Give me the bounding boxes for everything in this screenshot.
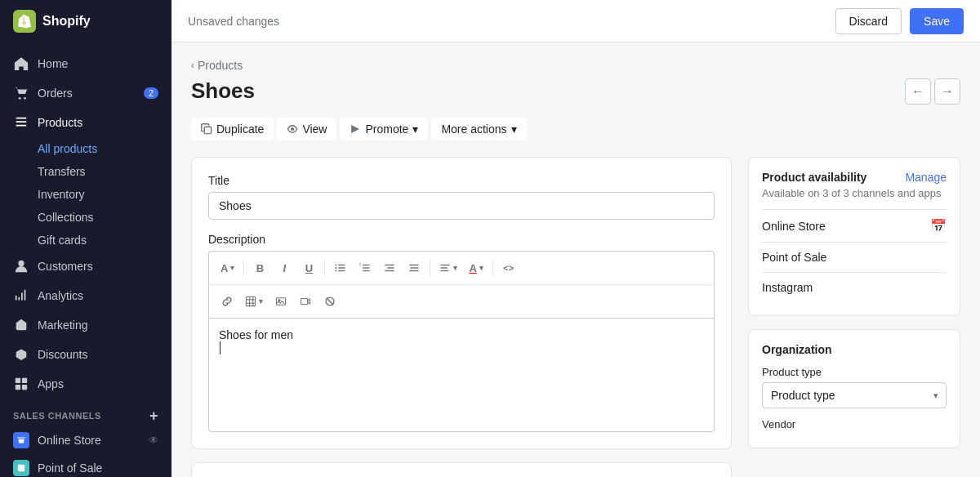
sidebar-item-products-label: Products <box>38 116 82 129</box>
sidebar-sub-all-products[interactable]: All products <box>0 137 172 160</box>
online-store-icon <box>13 432 29 448</box>
rte-video-btn[interactable] <box>294 290 317 313</box>
channel-pos-label: Point of Sale <box>38 461 102 475</box>
sidebar-sub-collections[interactable]: Collections <box>0 206 172 229</box>
promote-dropdown-arrow: ▾ <box>412 123 418 136</box>
svg-rect-5 <box>16 385 20 390</box>
svg-point-2 <box>18 261 24 266</box>
svg-rect-26 <box>410 265 419 265</box>
rte-indent-more-btn[interactable] <box>403 256 425 279</box>
sidebar-sub-gift-cards[interactable]: Gift cards <box>0 229 172 252</box>
save-button[interactable]: Save <box>910 8 964 34</box>
svg-rect-30 <box>441 267 448 268</box>
rte-underline-btn[interactable]: U <box>297 256 320 279</box>
rte-sep-2 <box>324 260 325 276</box>
add-channel-button[interactable]: + <box>149 408 158 423</box>
sidebar-item-discounts[interactable]: Discounts <box>0 340 172 369</box>
promote-button[interactable]: Promote ▾ <box>340 118 428 140</box>
svg-point-18 <box>336 270 337 271</box>
app-logo[interactable]: Shopify <box>0 0 172 42</box>
topbar: Unsaved changes Discard Save <box>172 0 980 42</box>
svg-rect-3 <box>16 378 20 383</box>
view-label: View <box>302 123 327 136</box>
rte-align-dropdown[interactable]: ▾ <box>434 256 462 279</box>
orders-badge: 2 <box>144 87 158 99</box>
svg-point-0 <box>19 97 21 100</box>
title-input[interactable] <box>208 192 715 220</box>
rte-font-dropdown[interactable]: A ▾ <box>216 256 239 279</box>
calendar-icon[interactable]: 📅 <box>930 218 947 234</box>
more-actions-button[interactable]: More actions ▾ <box>431 118 526 140</box>
svg-rect-31 <box>441 270 449 271</box>
rte-italic-btn[interactable]: I <box>273 256 296 279</box>
sidebar-sub-transfers[interactable]: Transfers <box>0 160 172 183</box>
channel-online-store[interactable]: Online Store 👁 <box>0 426 172 454</box>
svg-rect-14 <box>339 267 345 268</box>
channel-name-pos: Point of Sale <box>762 251 826 264</box>
svg-rect-39 <box>301 299 307 305</box>
sidebar: Shopify Home Orders 2 <box>0 0 172 477</box>
organization-card: Organization Product type Product type ▾… <box>748 329 960 448</box>
channel-row-instagram: Instagram <box>762 272 947 302</box>
sidebar-item-products[interactable]: Products <box>0 108 172 137</box>
manage-link[interactable]: Manage <box>905 171 947 184</box>
rte-editor[interactable]: Shoes for men <box>208 318 715 432</box>
availability-subtitle: Available on 3 of 3 channels and apps <box>762 187 947 199</box>
text-cursor <box>220 341 220 354</box>
breadcrumb-chevron: ‹ <box>191 60 194 71</box>
action-bar: Duplicate View Promote ▾ More actions ▾ <box>191 118 960 140</box>
rte-table-dropdown[interactable]: ▾ <box>240 290 268 313</box>
breadcrumb[interactable]: ‹ Products <box>191 59 960 72</box>
next-product-button[interactable]: → <box>934 78 960 105</box>
svg-point-16 <box>336 264 337 265</box>
rte-bold-btn[interactable]: B <box>248 256 271 279</box>
sidebar-item-analytics-label: Analytics <box>38 289 83 302</box>
content-main: Title Description A ▾ <box>191 157 732 477</box>
sidebar-item-apps[interactable]: Apps <box>0 369 172 399</box>
sidebar-sub-inventory[interactable]: Inventory <box>0 183 172 206</box>
description-label: Description <box>208 233 715 246</box>
product-type-select[interactable]: Product type <box>762 382 947 408</box>
view-button[interactable]: View <box>277 118 336 140</box>
description-content: Shoes for men <box>219 328 704 341</box>
duplicate-icon <box>201 123 212 135</box>
rte-font-label: A <box>220 262 228 274</box>
rte-toolbar-2: ▾ <box>208 284 715 318</box>
rte-code-btn[interactable]: <> <box>497 256 520 279</box>
channel-point-of-sale[interactable]: Point of Sale <box>0 454 172 477</box>
svg-rect-29 <box>441 265 450 265</box>
view-icon <box>287 123 298 135</box>
shopify-icon <box>13 10 36 33</box>
eye-icon[interactable]: 👁 <box>149 435 158 446</box>
svg-point-12 <box>291 127 294 131</box>
sales-channels-header: SALES CHANNELS + <box>0 399 172 426</box>
sidebar-item-home[interactable]: Home <box>0 49 172 78</box>
rte-indent-less-btn[interactable] <box>378 256 401 279</box>
channel-row-online-store: Online Store 📅 <box>762 209 947 242</box>
svg-rect-21 <box>363 270 370 271</box>
sidebar-item-marketing[interactable]: Marketing <box>0 310 172 340</box>
svg-rect-7 <box>18 465 24 471</box>
rte-block-btn[interactable] <box>318 290 341 313</box>
svg-rect-4 <box>22 378 27 383</box>
gift-cards-label: Gift cards <box>38 234 87 247</box>
channel-online-store-label: Online Store <box>38 434 101 447</box>
rte-ul-btn[interactable] <box>329 256 352 279</box>
discounts-icon <box>13 346 29 363</box>
svg-rect-20 <box>363 267 370 268</box>
availability-card: Product availability Manage Available on… <box>748 157 960 316</box>
sidebar-item-orders[interactable]: Orders 2 <box>0 78 172 108</box>
rte-image-btn[interactable] <box>270 290 292 313</box>
sidebar-item-home-label: Home <box>38 57 68 70</box>
app-name: Shopify <box>42 14 91 29</box>
sidebar-item-customers[interactable]: Customers <box>0 252 172 281</box>
discard-button[interactable]: Discard <box>835 8 902 34</box>
content-grid: Title Description A ▾ <box>191 157 960 477</box>
rte-ol-btn[interactable]: 1 <box>354 256 376 279</box>
sidebar-item-analytics[interactable]: Analytics <box>0 281 172 310</box>
customers-icon <box>13 258 29 274</box>
rte-link-btn[interactable] <box>216 290 238 313</box>
prev-product-button[interactable]: ← <box>905 78 931 105</box>
duplicate-button[interactable]: Duplicate <box>191 118 274 140</box>
rte-color-dropdown[interactable]: A ▾ <box>464 256 488 279</box>
